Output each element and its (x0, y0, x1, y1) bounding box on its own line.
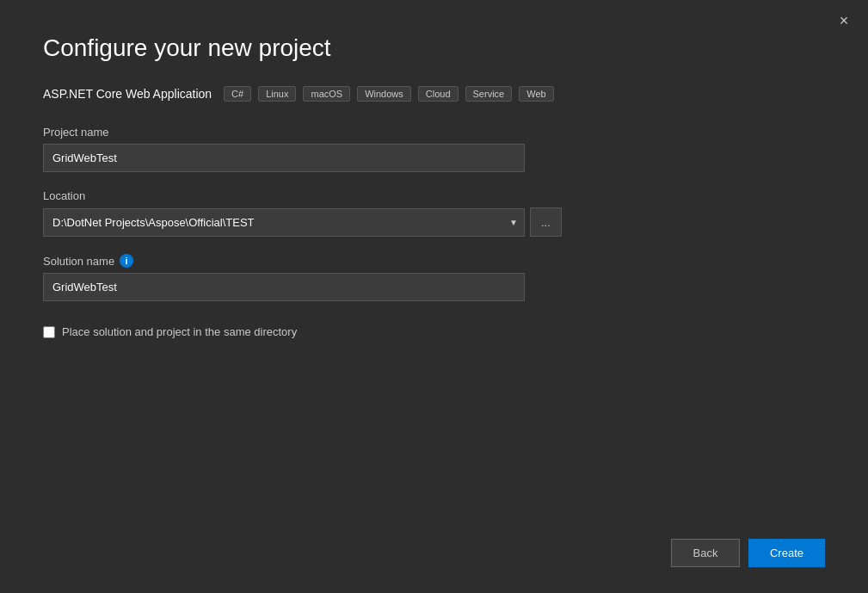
dialog-footer: Back Create (671, 539, 825, 567)
browse-button[interactable]: ... (530, 207, 562, 237)
project-type-row: ASP.NET Core Web Application C# Linux ma… (43, 86, 825, 102)
location-label: Location (43, 189, 825, 202)
tag-csharp: C# (224, 86, 251, 102)
location-group: Location ▼ ... (43, 189, 825, 237)
solution-name-info-icon: i (120, 254, 133, 268)
same-directory-checkbox[interactable] (43, 326, 55, 338)
tag-linux: Linux (258, 86, 296, 102)
location-row: ▼ ... (43, 207, 825, 237)
tag-service: Service (465, 86, 513, 102)
location-input[interactable] (43, 208, 525, 237)
tag-macos: macOS (303, 86, 350, 102)
solution-name-label: Solution name i (43, 254, 825, 268)
solution-name-group: Solution name i (43, 254, 825, 301)
tag-web: Web (519, 86, 553, 102)
dialog-title: Configure your new project (43, 34, 825, 62)
project-name-input[interactable] (43, 144, 525, 172)
close-button[interactable]: × (832, 9, 856, 33)
project-name-label: Project name (43, 126, 825, 139)
project-name-group: Project name (43, 126, 825, 172)
project-type-name: ASP.NET Core Web Application (43, 87, 212, 101)
back-button[interactable]: Back (671, 539, 740, 567)
location-select-wrapper: ▼ (43, 208, 525, 237)
configure-project-dialog: × Configure your new project ASP.NET Cor… (0, 0, 868, 593)
solution-name-input[interactable] (43, 273, 525, 301)
tag-windows: Windows (357, 86, 411, 102)
tag-cloud: Cloud (418, 86, 459, 102)
create-button[interactable]: Create (748, 539, 825, 567)
same-directory-label[interactable]: Place solution and project in the same d… (62, 325, 297, 338)
same-directory-row: Place solution and project in the same d… (43, 325, 825, 338)
